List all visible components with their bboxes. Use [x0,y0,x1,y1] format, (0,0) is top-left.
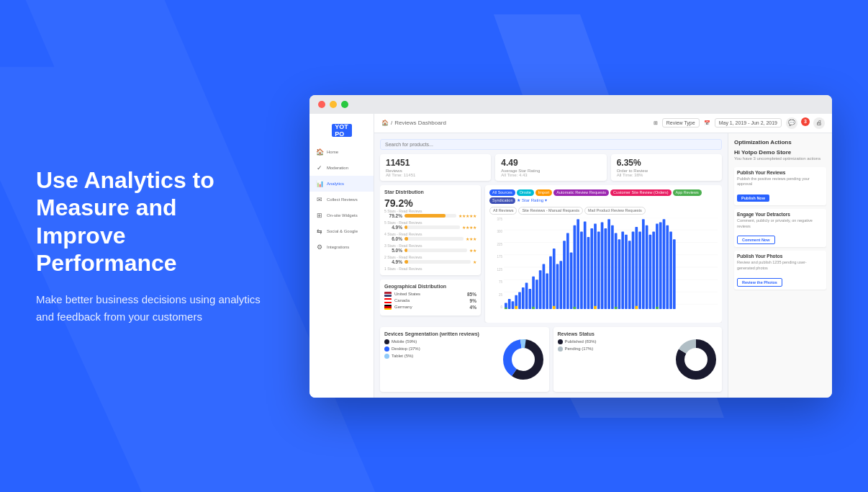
geo-row-de: Germany 4% [384,305,476,310]
chip-app-reviews[interactable]: App Reviews [673,189,702,196]
sidebar-analytics-label: Analytics [327,182,344,186]
svg-rect-21 [535,279,538,309]
svg-rect-14 [512,301,515,309]
search-input[interactable] [380,139,722,150]
chart-panel: All Sources Onsite Import Automatic Revi… [485,185,722,323]
legend-pending: Pending (17%) [558,346,669,352]
review-photos-button[interactable]: Review the Photos [737,278,782,287]
sidebar-item-social[interactable]: ⇆ Social & Google [309,223,374,239]
dashboard-body: YOTPO 🏠 Home ✓ Moderation 📊 Analytics ✉ … [309,114,832,398]
star-bar-fill-4 [404,225,407,229]
dash-area: 11451 Reviews All Time: 11451 4.49 Avera… [374,133,832,398]
notification-badge[interactable]: 3 [801,117,810,126]
dash-col-left: Star Distribution 79.2% 5 Stars - Read R… [380,185,481,323]
svg-rect-68 [615,306,618,308]
svg-rect-19 [528,289,531,309]
sidebar-item-integrations[interactable]: ⚙ Integrations [309,239,374,255]
svg-rect-38 [594,223,597,308]
sidebar-home-label: Home [327,150,338,154]
svg-rect-22 [539,270,542,309]
y-label-375: 375 [497,218,502,221]
star-pct-2: 5.0% [384,248,402,253]
star-bar-bg-2 [404,249,467,252]
opt-panel-title: Optimization Actions [734,139,826,146]
chat-icon[interactable]: 💬 [786,117,797,129]
opt-card-photos: Publish Your Photos Review and publish 1… [734,251,826,289]
main-content: 🏠 / Reviews Dashboard ⊞ Review Type 📅 Ma… [374,114,832,398]
svg-rect-41 [604,228,607,309]
breadcrumb-separator: / [391,120,392,126]
country-ca: Canada [394,298,467,303]
stats-row: 11451 Reviews All Time: 11451 4.49 Avera… [380,154,722,181]
window-minimize-dot[interactable] [330,101,337,108]
svg-rect-46 [621,231,624,309]
star-distribution-panel: Star Distribution 79.2% 5 Stars - Read R… [380,185,481,275]
content-wrapper: Use Analytics to Measure and Improve Per… [0,0,868,492]
print-icon[interactable]: 🖨 [813,117,825,129]
svg-rect-33 [577,219,579,309]
svg-rect-55 [652,231,655,309]
star-row-5: 79.2% ★★★★★ [384,213,476,218]
calendar-icon: 📅 [704,120,710,126]
review-type-filter[interactable]: Review Type [662,118,700,128]
dashboard-window: YOTPO 🏠 Home ✓ Moderation 📊 Analytics ✉ … [309,95,832,398]
legend-label-mobile: Mobile (59%) [392,339,417,344]
svg-rect-66 [574,306,577,308]
svg-rect-47 [625,234,628,308]
window-chrome [309,95,832,114]
svg-rect-28 [559,261,562,309]
geo-row-ca: Canada 9% [384,298,476,303]
geo-dist-title: Geographical Distribution [384,284,476,289]
devices-donut-wrapper [502,331,545,388]
sidebar-integrations-label: Integrations [327,245,349,249]
svg-rect-20 [532,276,535,308]
svg-rect-57 [659,222,662,309]
legend-desktop: Desktop (37%) [384,346,496,352]
chip-mail-reviews[interactable]: Mail Product Review Requests [584,207,646,215]
sidebar-item-analytics[interactable]: 📊 Analytics [309,176,374,192]
svg-rect-26 [553,249,556,309]
opt-card-publish-desc: Publish the positive reviews pending you… [737,176,823,187]
window-close-dot[interactable] [318,101,325,108]
svg-rect-27 [556,264,559,308]
svg-point-74 [513,349,533,370]
star-bar-fill-5 [404,214,446,218]
flag-ca [384,298,392,303]
star-rating-selector[interactable]: ★ Star Rating ▾ [517,197,546,204]
legend-label-pending: Pending (17%) [565,346,594,351]
svg-rect-60 [669,231,672,309]
date-range-filter[interactable]: May 1, 2019 - Jun 2, 2019 [715,118,782,128]
widgets-icon: ⊞ [315,211,324,220]
devices-title: Devices Segmentation (written reviews) [384,331,496,336]
sidebar-item-widgets[interactable]: ⊞ On-site Widgets [309,207,374,223]
chip-syndication[interactable]: Syndication [489,197,515,204]
sidebar-item-home[interactable]: 🏠 Home [309,144,374,160]
filter-type-label: ⊞ [654,120,658,126]
reviews-sub: All Time: 11451 [386,173,485,177]
chip-import[interactable]: Import [535,189,553,196]
svg-rect-69 [635,305,638,308]
bar-chart-svg [504,218,718,318]
chip-onsite[interactable]: Onsite [517,189,534,196]
reviews-status-panel: Reviews Status Published (83%) [553,327,723,392]
star-row-2: 5.0% ★★ [384,248,476,253]
reviews-status-donut-wrapper [674,331,718,388]
publish-now-button[interactable]: Publish Now [737,194,769,202]
breadcrumb: 🏠 / Reviews Dashboard [381,120,446,126]
star-row-3: 6.0% ★★★ [384,236,476,241]
reviews-status-title: Reviews Status [558,331,669,336]
chip-all-reviews[interactable]: All Reviews [489,207,517,215]
sidebar-item-collect[interactable]: ✉ Collect Reviews [309,192,374,207]
pct-us: 85% [467,292,476,297]
chip-all-sources[interactable]: All Sources [489,189,515,196]
star-sub-1: 1 Stars - Read Reviews [384,267,476,271]
chip-site-reviews[interactable]: Site Reviews - Manual Requests [518,207,582,215]
chip-auto-requests[interactable]: Automatic Review Requests [553,189,609,196]
y-label-25: 25 [499,293,502,297]
chip-customer-site[interactable]: Customer Site Review (Orders) [610,189,671,196]
devices-legend: Mobile (59%) Desktop (37%) [384,339,496,359]
window-maximize-dot[interactable] [341,101,348,108]
comment-now-button[interactable]: Comment Now [737,236,775,244]
country-de: Germany [394,305,467,309]
sidebar-item-moderation[interactable]: ✓ Moderation [309,160,374,176]
